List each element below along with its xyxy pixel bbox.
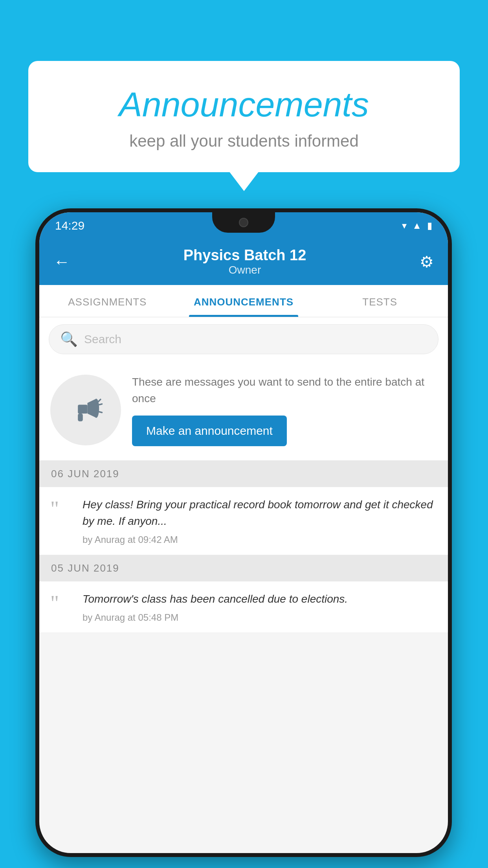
tab-announcements[interactable]: ANNOUNCEMENTS xyxy=(176,285,312,317)
tab-assignments[interactable]: ASSIGNMENTS xyxy=(39,285,176,317)
svg-line-5 xyxy=(99,412,102,413)
svg-line-4 xyxy=(99,404,102,405)
date-divider-2: 05 JUN 2019 xyxy=(39,555,448,581)
announcement-text-2: Tomorrow's class has been cancelled due … xyxy=(83,591,437,607)
quote-icon-1: " xyxy=(50,498,74,519)
svg-line-3 xyxy=(98,399,100,401)
wifi-icon: ▾ xyxy=(402,220,407,231)
announcement-item-2: " Tomorrow's class has been cancelled du… xyxy=(39,581,448,633)
battery-icon: ▮ xyxy=(427,220,432,231)
phone-screen: 14:29 ▾ ▲ ▮ ← Physics Batch 12 Owner ⚙ xyxy=(39,212,448,853)
speech-bubble: Announcements keep all your students inf… xyxy=(28,61,460,172)
announce-icon-circle xyxy=(50,375,121,445)
camera xyxy=(239,218,248,227)
settings-button[interactable]: ⚙ xyxy=(420,253,434,271)
signal-icon: ▲ xyxy=(412,220,422,231)
speech-bubble-title: Announcements xyxy=(44,85,444,125)
phone-frame: 14:29 ▾ ▲ ▮ ← Physics Batch 12 Owner ⚙ xyxy=(35,208,452,857)
back-button[interactable]: ← xyxy=(53,252,70,271)
search-container: 🔍 Search xyxy=(39,317,448,361)
svg-rect-1 xyxy=(78,405,87,414)
header-center: Physics Batch 12 Owner xyxy=(183,247,306,276)
date-divider-1: 06 JUN 2019 xyxy=(39,461,448,487)
announcement-content-1: Hey class! Bring your practical record b… xyxy=(83,497,437,545)
app-header: ← Physics Batch 12 Owner ⚙ xyxy=(39,239,448,285)
search-icon: 🔍 xyxy=(60,331,78,348)
batch-role: Owner xyxy=(183,264,306,276)
batch-title: Physics Batch 12 xyxy=(183,247,306,264)
tab-tests[interactable]: TESTS xyxy=(312,285,448,317)
svg-rect-6 xyxy=(78,414,83,421)
search-bar[interactable]: 🔍 Search xyxy=(49,324,438,354)
megaphone-icon xyxy=(68,392,103,428)
announcement-text-1: Hey class! Bring your practical record b… xyxy=(83,497,437,530)
phone-notch xyxy=(212,212,275,233)
announcement-item-1: " Hey class! Bring your practical record… xyxy=(39,487,448,555)
announce-description: These are messages you want to send to t… xyxy=(132,374,437,407)
status-time: 14:29 xyxy=(55,219,84,232)
speech-bubble-container: Announcements keep all your students inf… xyxy=(28,61,460,172)
announcement-meta-2: by Anurag at 05:48 PM xyxy=(83,612,437,623)
quote-icon-2: " xyxy=(50,592,74,614)
search-placeholder: Search xyxy=(84,333,121,346)
phone-wrapper: 14:29 ▾ ▲ ▮ ← Physics Batch 12 Owner ⚙ xyxy=(35,208,452,857)
make-announcement-button[interactable]: Make an announcement xyxy=(132,416,287,446)
announcement-meta-1: by Anurag at 09:42 AM xyxy=(83,534,437,545)
status-icons: ▾ ▲ ▮ xyxy=(402,220,432,231)
announcement-prompt: These are messages you want to send to t… xyxy=(39,361,448,461)
announce-right: These are messages you want to send to t… xyxy=(132,374,437,446)
tabs-bar: ASSIGNMENTS ANNOUNCEMENTS TESTS xyxy=(39,285,448,317)
speech-bubble-subtitle: keep all your students informed xyxy=(44,132,444,151)
announcement-content-2: Tomorrow's class has been cancelled due … xyxy=(83,591,437,623)
